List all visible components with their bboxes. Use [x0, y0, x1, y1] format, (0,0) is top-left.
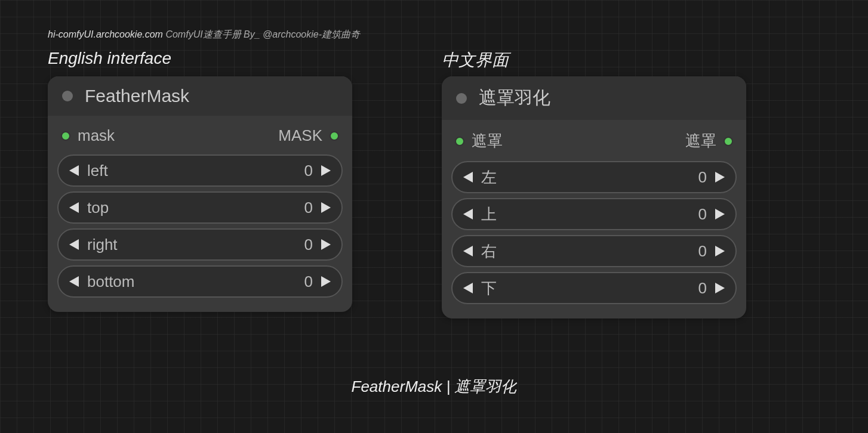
output-dot-icon[interactable]: [330, 131, 339, 141]
svg-marker-10: [463, 209, 473, 219]
param-label: bottom: [87, 273, 304, 291]
input-label-en: mask: [78, 126, 115, 145]
param-top-en[interactable]: top 0: [57, 191, 343, 224]
arrow-right-icon[interactable]: [715, 172, 725, 183]
io-row-en: mask MASK: [57, 126, 343, 150]
arrow-right-icon[interactable]: [715, 246, 725, 256]
param-label: left: [87, 162, 304, 180]
node-feathermask-cn[interactable]: 遮罩羽化 遮罩 遮罩 左 0 上 0 右 0: [442, 76, 746, 318]
param-label: top: [87, 199, 304, 217]
node-title-cn: 遮罩羽化: [479, 86, 550, 110]
arrow-left-icon[interactable]: [69, 239, 79, 250]
output-dot-icon[interactable]: [724, 137, 733, 146]
header-subtitle: ComfyUI速查手册 By_ @archcookie-建筑曲奇: [163, 29, 360, 39]
svg-marker-11: [715, 209, 725, 219]
arrow-left-icon[interactable]: [463, 283, 473, 293]
output-label-cn: 遮罩: [685, 131, 716, 151]
input-slot-cn[interactable]: 遮罩: [455, 131, 503, 151]
arrow-right-icon[interactable]: [321, 202, 331, 213]
param-label: right: [87, 236, 304, 254]
param-value[interactable]: 0: [304, 162, 313, 180]
arrow-left-icon[interactable]: [463, 246, 473, 256]
arrow-right-icon[interactable]: [321, 239, 331, 250]
param-label: 右: [481, 241, 698, 262]
node-header-en[interactable]: FeatherMask: [48, 76, 352, 116]
input-dot-icon[interactable]: [61, 131, 70, 141]
param-value[interactable]: 0: [698, 205, 707, 224]
param-left-en[interactable]: left 0: [57, 154, 343, 187]
input-label-cn: 遮罩: [472, 131, 503, 151]
svg-marker-14: [463, 283, 473, 293]
param-label: 上: [481, 204, 698, 225]
english-interface-label: English interface: [48, 49, 171, 68]
svg-marker-4: [69, 239, 79, 250]
param-value[interactable]: 0: [698, 168, 707, 187]
svg-marker-7: [321, 276, 331, 287]
svg-marker-12: [463, 246, 473, 256]
param-left-cn[interactable]: 左 0: [451, 161, 737, 193]
param-value[interactable]: 0: [304, 273, 313, 291]
arrow-left-icon[interactable]: [69, 202, 79, 213]
svg-marker-5: [321, 239, 331, 250]
node-header-cn[interactable]: 遮罩羽化: [442, 76, 746, 120]
param-top-cn[interactable]: 上 0: [451, 198, 737, 230]
arrow-right-icon[interactable]: [715, 209, 725, 219]
svg-marker-2: [69, 202, 79, 213]
svg-marker-15: [715, 283, 725, 293]
arrow-right-icon[interactable]: [715, 283, 725, 293]
output-slot-en[interactable]: MASK: [278, 126, 339, 145]
param-value[interactable]: 0: [304, 199, 313, 217]
param-label: 下: [481, 278, 698, 299]
param-label: 左: [481, 167, 698, 188]
arrow-left-icon[interactable]: [463, 172, 473, 183]
svg-marker-1: [321, 165, 331, 176]
node-body-cn: 遮罩 遮罩 左 0 上 0 右 0 下 0: [442, 120, 746, 318]
param-bottom-en[interactable]: bottom 0: [57, 265, 343, 298]
svg-marker-0: [69, 165, 79, 176]
chinese-interface-label: 中文界面: [442, 49, 509, 72]
node-feathermask-en[interactable]: FeatherMask mask MASK left 0 top 0: [48, 76, 352, 312]
param-right-cn[interactable]: 右 0: [451, 235, 737, 267]
svg-marker-8: [463, 172, 473, 183]
node-title-en: FeatherMask: [85, 86, 189, 106]
node-collapse-dot-icon[interactable]: [62, 91, 73, 101]
input-slot-en[interactable]: mask: [61, 126, 115, 145]
caption: FeatherMask | 遮罩羽化: [0, 376, 868, 397]
param-value[interactable]: 0: [304, 236, 313, 254]
output-label-en: MASK: [278, 126, 322, 145]
arrow-left-icon[interactable]: [69, 165, 79, 176]
io-row-cn: 遮罩 遮罩: [451, 131, 737, 156]
svg-marker-13: [715, 246, 725, 256]
arrow-right-icon[interactable]: [321, 276, 331, 287]
svg-marker-9: [715, 172, 725, 183]
output-slot-cn[interactable]: 遮罩: [685, 131, 733, 151]
param-value[interactable]: 0: [698, 279, 707, 298]
header-attribution: hi-comfyUI.archcookie.com ComfyUI速查手册 By…: [48, 29, 360, 41]
input-dot-icon[interactable]: [455, 137, 464, 146]
arrow-right-icon[interactable]: [321, 165, 331, 176]
svg-marker-6: [69, 276, 79, 287]
param-bottom-cn[interactable]: 下 0: [451, 272, 737, 304]
node-body-en: mask MASK left 0 top 0 right 0: [48, 116, 352, 312]
node-collapse-dot-icon[interactable]: [456, 93, 467, 104]
param-right-en[interactable]: right 0: [57, 228, 343, 261]
header-domain: hi-comfyUI.archcookie.com: [48, 29, 163, 39]
svg-marker-3: [321, 202, 331, 213]
param-value[interactable]: 0: [698, 242, 707, 261]
arrow-left-icon[interactable]: [69, 276, 79, 287]
arrow-left-icon[interactable]: [463, 209, 473, 219]
